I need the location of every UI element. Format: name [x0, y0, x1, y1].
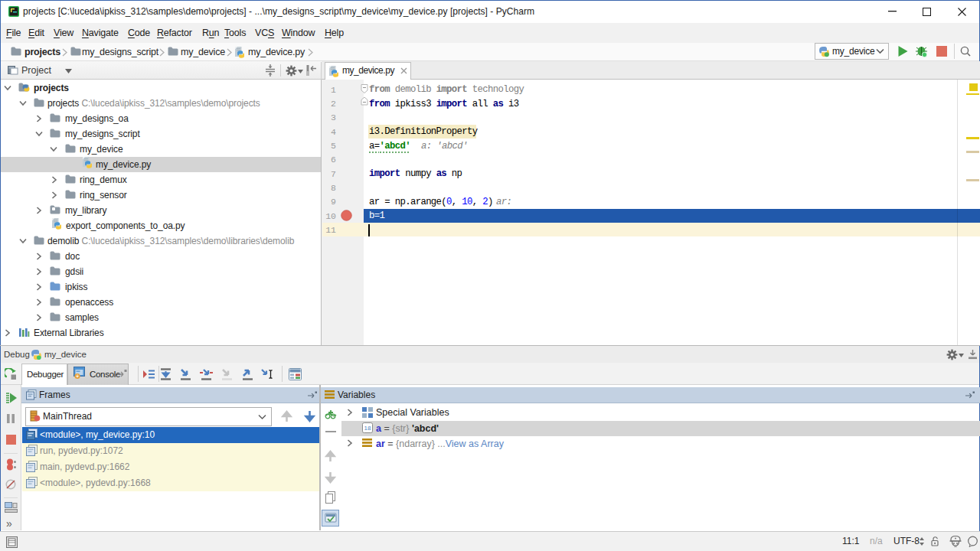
svg-text:18: 18 [364, 425, 371, 432]
